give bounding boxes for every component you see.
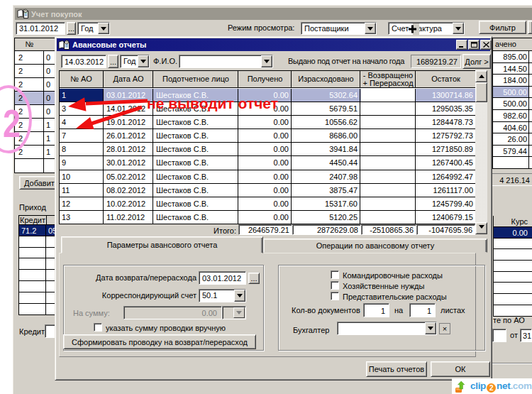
table-row[interactable]	[494, 272, 532, 283]
doc-type-select[interactable]: Счет-фактура	[388, 22, 465, 35]
report-date-picker-button[interactable]: ...	[108, 55, 118, 68]
advance-report-row[interactable]: 13 11.02.2012 Шестаков С.В. 0.00 5120.25…	[60, 211, 475, 224]
print-reports-button[interactable]: Печать отчетов	[366, 361, 427, 377]
table-row[interactable]: 982.60	[493, 110, 532, 122]
chevron-down-icon[interactable]	[98, 23, 109, 34]
table-row[interactable]	[19, 236, 55, 248]
table-row[interactable]: 500.00	[493, 98, 532, 110]
debt-button[interactable]: Долг >	[462, 54, 491, 69]
report-period-select[interactable]: Год	[120, 55, 150, 68]
table-row[interactable]: 579.44	[493, 146, 532, 158]
ok-button[interactable]: ОК	[431, 361, 490, 377]
table-row[interactable]	[493, 157, 532, 169]
table-row[interactable]: 500.00	[493, 87, 532, 99]
main-period-select[interactable]: Год	[77, 22, 110, 35]
table-row[interactable]: 895.00	[493, 51, 532, 63]
partial-button[interactable]	[528, 21, 532, 34]
table-row[interactable]: 71.2 05	[19, 225, 55, 236]
scroll-down-button[interactable]	[475, 222, 487, 234]
table-row[interactable]	[19, 281, 55, 292]
table-row[interactable]	[19, 304, 55, 315]
household-needs-checkbox[interactable]	[331, 281, 339, 290]
table-row[interactable]: 2 1	[15, 119, 55, 132]
table-row[interactable]: 2 1	[15, 132, 55, 146]
chevron-down-icon[interactable]	[261, 55, 272, 67]
table-row[interactable]	[19, 258, 55, 270]
table-row[interactable]: 184.00	[493, 75, 532, 87]
sheets-count-input[interactable]: 1	[409, 303, 436, 317]
kredit-table[interactable]: Кредит 71.2 05	[18, 215, 56, 315]
chevron-down-icon[interactable]	[138, 55, 149, 67]
advance-report-row[interactable]: 7 26.01.2012 Шестаков С.В. 0.00 8686.00 …	[60, 129, 475, 143]
table-row[interactable]: 2 0	[15, 92, 55, 105]
main-date-input[interactable]: 31.01.2012	[16, 22, 65, 35]
chevron-down-icon[interactable]	[453, 23, 464, 34]
main-date-picker-button[interactable]: ...	[67, 22, 76, 35]
manual-amount-checkbox[interactable]	[94, 323, 102, 332]
table-row[interactable]: 2 0	[15, 65, 55, 78]
accountant-select[interactable]	[337, 322, 437, 335]
table-row[interactable]: 144.50	[493, 63, 532, 75]
table-row[interactable]: 26.00	[493, 133, 532, 146]
advance-report-row[interactable]: 8 28.01.2012 Шестаков С.В. 0.00 3941.84 …	[60, 143, 475, 156]
chevron-down-icon[interactable]	[365, 23, 376, 34]
return-date-picker-button[interactable]: ...	[248, 273, 260, 284]
table-row[interactable]	[494, 239, 532, 250]
table-row[interactable]	[494, 283, 532, 294]
paid-column-table[interactable]: ачено 895.00 144.50 184.00 500.00	[492, 38, 532, 169]
table-row[interactable]	[19, 270, 55, 281]
view-mode-select[interactable]: Поставщики	[301, 22, 377, 35]
create-transaction-button[interactable]: Сформировать проводку на возврат/перерас…	[63, 334, 256, 349]
amount-input[interactable]: 0.00	[123, 306, 222, 319]
filter-button[interactable]: Фильтр	[479, 21, 526, 34]
watermark: clip2net.com	[452, 378, 532, 394]
table-row[interactable]: 2 1	[15, 146, 55, 159]
table-row[interactable]: 2 0	[15, 51, 55, 65]
documents-count-input[interactable]: 1	[363, 303, 389, 317]
clear-accountant-button[interactable]: ×	[439, 323, 450, 334]
chevron-down-icon[interactable]	[425, 322, 436, 334]
travel-expenses-checkbox[interactable]	[331, 270, 339, 279]
add-button[interactable]: Добавит	[19, 176, 56, 190]
advance-report-row[interactable]: 11 08.02.2012 Шестаков С.В. 0.00 3875.47…	[60, 184, 475, 197]
return-date-input[interactable]: 03.01.2012	[199, 271, 246, 285]
advance-reports-table[interactable]: № АО Дата АО Подотчетное лицо Получено И…	[59, 70, 476, 224]
chevron-up-icon	[479, 72, 484, 78]
tab-report-operations[interactable]: Операции по авансовому отчету	[263, 239, 487, 253]
amount-currency-select[interactable]	[222, 306, 246, 319]
date-from-input[interactable]	[492, 329, 506, 342]
report-date-input[interactable]: 14.03.2012	[61, 55, 106, 68]
tab-report-parameters[interactable]: Параметры авансового отчета	[61, 236, 263, 253]
corr-account-select[interactable]: 50.1	[199, 289, 246, 302]
kurs-table[interactable]: Курс 0.00	[493, 216, 532, 317]
table-row[interactable]: 404.60	[493, 122, 532, 134]
scroll-up-button[interactable]	[475, 70, 487, 82]
advance-report-row[interactable]: 4 19.01.2012 Шестаков С.В. 0.00 10556.62…	[60, 116, 475, 129]
table-scrollbar[interactable]	[475, 70, 487, 234]
minimize-button[interactable]	[456, 40, 467, 50]
table-row[interactable]	[494, 294, 532, 305]
table-row[interactable]: 0.00	[494, 227, 532, 239]
table-row[interactable]: 2 0	[15, 78, 55, 92]
scrollbar-track[interactable]	[475, 102, 487, 222]
main-window-titlebar[interactable]: Учет покупок	[15, 8, 532, 20]
advance-report-row[interactable]: 12 10.02.2012 Шестаков С.В. 0.00 15317.6…	[60, 197, 475, 211]
scrollbar-thumb[interactable]	[475, 82, 487, 102]
table-row[interactable]	[494, 305, 532, 317]
entertainment-expenses-checkbox[interactable]	[331, 292, 339, 300]
fio-select[interactable]	[179, 55, 273, 68]
table-row[interactable]	[15, 159, 55, 173]
table-row[interactable]: 2 0	[15, 105, 55, 119]
table-row[interactable]	[19, 292, 55, 304]
advance-report-row[interactable]: 10 05.02.2012 Шестаков С.В. 0.00 2407.98…	[60, 170, 475, 184]
advance-report-row[interactable]: 9 30.01.2012 Шестаков С.В. 0.00 4450.44 …	[60, 156, 475, 170]
maximize-button[interactable]	[468, 40, 480, 50]
table-row[interactable]	[494, 261, 532, 272]
dialog-titlebar[interactable]: Авансовые отчеты	[57, 38, 490, 51]
table-row[interactable]	[494, 249, 532, 261]
column-header-date: Дата АО	[104, 71, 153, 87]
chevron-down-icon[interactable]	[234, 290, 245, 302]
table-row[interactable]	[19, 248, 55, 259]
close-button[interactable]	[480, 40, 492, 50]
date-to-input[interactable]: 31.0	[520, 329, 532, 342]
